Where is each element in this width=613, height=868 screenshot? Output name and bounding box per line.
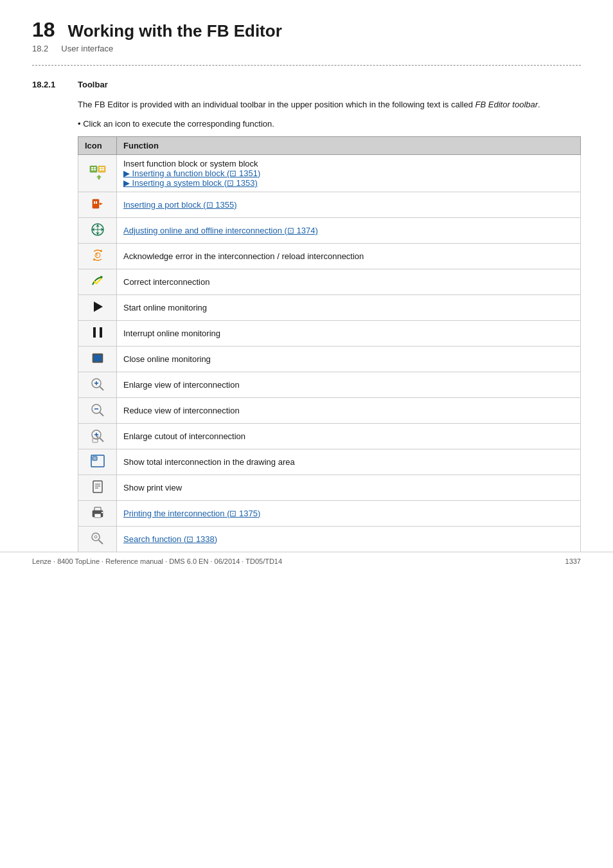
table-row: Printing the interconnection (⊡ 1375) (78, 500, 581, 526)
icon-cell-show-print (78, 475, 117, 500)
svg-rect-1 (91, 167, 93, 168)
link-inserting-port-block[interactable]: Inserting a port block (⊡ 1355) (123, 200, 236, 210)
table-row: Enlarge view of interconnection (78, 372, 581, 397)
function-cell-show-print: Show print view (117, 475, 581, 500)
svg-rect-13 (96, 201, 97, 204)
svg-rect-7 (100, 169, 102, 170)
icon-cell-search-function (78, 526, 117, 552)
function-cell-insert-function-system: Insert function block or system block ▶ … (117, 154, 581, 192)
function-cell-insert-port: Inserting a port block (⊡ 1355) (117, 192, 581, 217)
svg-rect-29 (100, 327, 102, 338)
footer-left: Lenze · 8400 TopLine · Reference manual … (32, 557, 282, 565)
acknowledge-error-icon: ! (89, 248, 107, 263)
subchapter-title: User interface (61, 44, 113, 53)
function-cell-enlarge-view: Enlarge view of interconnection (117, 372, 581, 397)
svg-rect-11 (93, 199, 99, 208)
show-total-icon (89, 453, 107, 469)
icon-cell-enlarge-cutout (78, 423, 117, 449)
icon-cell-print-interconnection (78, 500, 117, 526)
search-function-icon (89, 530, 107, 546)
svg-rect-28 (93, 327, 96, 338)
icon-cell-acknowledge-error: ! (78, 243, 117, 269)
toolbar-table: Icon Function (78, 136, 581, 552)
link-inserting-function-block[interactable]: ▶ Inserting a function block (⊡ 1351) (123, 168, 260, 178)
table-row: Adjusting online and offline interconnec… (78, 217, 581, 243)
interrupt-monitoring-icon (89, 325, 107, 340)
table-row: Start online monitoring (78, 294, 581, 320)
start-monitoring-icon (89, 299, 107, 314)
intro-paragraph: The FB Editor is provided with an indivi… (78, 98, 581, 111)
icon-cell-reduce-view (78, 397, 117, 423)
table-row: Correct interconnection (78, 269, 581, 294)
section-title: Toolbar (78, 80, 108, 89)
function-cell-reduce-view: Reduce view of interconnection (117, 397, 581, 423)
bullet-instruction: Click an icon to execute the correspondi… (78, 119, 581, 129)
adjust-online-offline-icon (89, 222, 107, 237)
link-inserting-system-block[interactable]: ▶ Inserting a system block (⊡ 1353) (123, 178, 258, 188)
function-cell-show-total: Show total interconnection in the drawin… (117, 449, 581, 475)
subchapter-number: 18.2 (32, 44, 48, 53)
function-cell-acknowledge-error: Acknowledge error in the interconnection… (117, 243, 581, 269)
svg-rect-6 (100, 167, 102, 168)
table-row: Insert function block or system block ▶ … (78, 154, 581, 192)
svg-rect-2 (91, 169, 93, 170)
icon-cell-insert-function-system (78, 154, 117, 192)
chapter-number: 18 (32, 19, 55, 40)
show-print-icon (89, 479, 107, 494)
svg-line-37 (100, 412, 103, 416)
table-header-function: Function (117, 136, 581, 154)
link-search-function[interactable]: Search function (⊡ 1338) (123, 534, 217, 544)
link-adjusting-online-offline[interactable]: Adjusting online and offline interconnec… (123, 226, 318, 235)
chapter-title: Working with the FB Editor (68, 21, 282, 41)
table-row: Interrupt online monitoring (78, 320, 581, 346)
table-row: Close online monitoring (78, 346, 581, 372)
function-cell-print-interconnection: Printing the interconnection (⊡ 1375) (117, 500, 581, 526)
svg-rect-31 (94, 355, 102, 361)
function-cell-adjust-online-offline: Adjusting online and offline interconnec… (117, 217, 581, 243)
section-number: 18.2.1 (32, 80, 67, 89)
icon-cell-correct-interconnection (78, 269, 117, 294)
table-row: ! Acknowledge error in the interconnecti… (78, 243, 581, 269)
svg-rect-54 (94, 514, 101, 518)
svg-rect-48 (93, 481, 102, 493)
icon-cell-enlarge-view (78, 372, 117, 397)
svg-line-57 (98, 540, 103, 544)
icon-cell-show-total (78, 449, 117, 475)
icon-cell-adjust-online-offline (78, 217, 117, 243)
reduce-view-icon (89, 402, 107, 417)
table-row: Show print view (78, 475, 581, 500)
page-footer: Lenze · 8400 TopLine · Reference manual … (0, 552, 613, 565)
print-interconnection-icon (89, 505, 107, 520)
table-row: Show total interconnection in the drawin… (78, 449, 581, 475)
enlarge-cutout-icon (89, 428, 107, 443)
svg-line-33 (100, 386, 103, 390)
function-cell-correct-interconnection: Correct interconnection (117, 269, 581, 294)
icon-cell-close-monitoring (78, 346, 117, 372)
svg-rect-3 (94, 167, 96, 168)
svg-point-56 (92, 533, 100, 541)
icon-cell-insert-port (78, 192, 117, 217)
table-row: Reduce view of interconnection (78, 397, 581, 423)
svg-rect-55 (102, 512, 103, 513)
svg-rect-46 (93, 457, 97, 460)
svg-marker-14 (100, 203, 103, 205)
function-cell-close-monitoring: Close online monitoring (117, 346, 581, 372)
enlarge-view-icon (89, 376, 107, 392)
table-row: Search function (⊡ 1338) (78, 526, 581, 552)
icon-cell-interrupt-monitoring (78, 320, 117, 346)
function-cell-enlarge-cutout: Enlarge cutout of interconnection (117, 423, 581, 449)
svg-rect-12 (94, 201, 95, 204)
function-cell-start-monitoring: Start online monitoring (117, 294, 581, 320)
function-cell-interrupt-monitoring: Interrupt online monitoring (117, 320, 581, 346)
close-monitoring-icon (89, 350, 107, 366)
section-divider (32, 65, 581, 66)
svg-point-58 (94, 536, 97, 538)
table-row: Enlarge cutout of interconnection (78, 423, 581, 449)
svg-marker-27 (94, 302, 103, 312)
svg-rect-5 (98, 166, 105, 172)
link-printing-interconnection[interactable]: Printing the interconnection (⊡ 1375) (123, 509, 260, 518)
table-header-icon: Icon (78, 136, 117, 154)
svg-rect-8 (102, 167, 104, 168)
svg-rect-4 (94, 169, 96, 170)
svg-marker-10 (96, 175, 102, 179)
